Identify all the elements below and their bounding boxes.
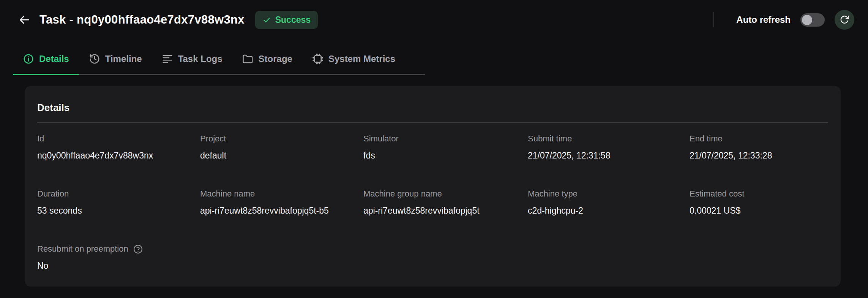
check-icon [262, 16, 271, 24]
tab-label: Task Logs [178, 54, 223, 64]
tab-storage[interactable]: Storage [232, 45, 302, 75]
field-label: Project [200, 133, 350, 144]
field-value: fds [363, 150, 515, 161]
field-id: Id nq0y00hffaao4e7dx7v88w3nx [37, 133, 200, 161]
history-icon [89, 53, 100, 65]
refresh-button[interactable] [835, 10, 854, 30]
header-divider [713, 12, 714, 27]
field-value: c2d-highcpu-2 [528, 205, 677, 216]
folder-icon [242, 53, 254, 65]
field-value: 53 seconds [37, 205, 187, 216]
field-duration: Duration 53 seconds [37, 189, 200, 216]
tab-task-logs[interactable]: Task Logs [152, 45, 232, 75]
header: Task - nq0y00hffaao4e7dx7v88w3nx Success… [0, 0, 868, 40]
toggle-knob [802, 15, 812, 25]
field-resubmit-on-preemption: Resubmit on preemption No [37, 244, 200, 271]
tab-bar: Details Timeline Task Logs Storage [13, 45, 425, 75]
field-machine-group-name: Machine group name api-ri7euwt8z58revvib… [363, 189, 528, 216]
field-value: No [37, 260, 187, 271]
tab-details[interactable]: Details [13, 45, 79, 75]
field-label: Duration [37, 189, 187, 199]
card-title: Details [37, 102, 828, 114]
field-estimated-cost: Estimated cost 0.00021 US$ [690, 189, 828, 216]
field-value: 21/07/2025, 12:33:28 [690, 150, 815, 161]
auto-refresh-label: Auto refresh [736, 14, 791, 25]
field-value: 0.00021 US$ [690, 205, 815, 216]
page-title: Task - nq0y00hffaao4e7dx7v88w3nx [39, 13, 245, 27]
status-badge: Success [255, 11, 318, 29]
field-label: End time [690, 133, 815, 144]
tab-system-metrics[interactable]: System Metrics [302, 45, 405, 75]
refresh-icon [840, 15, 849, 25]
field-label: Simulator [363, 133, 515, 144]
tab-label: Storage [259, 54, 292, 64]
field-label: Machine type [528, 189, 677, 199]
field-label: Id [37, 133, 187, 144]
status-badge-label: Success [275, 15, 311, 25]
fields-grid: Id nq0y00hffaao4e7dx7v88w3nx Project def… [37, 133, 828, 271]
field-submit-time: Submit time 21/07/2025, 12:31:58 [528, 133, 690, 161]
field-value: api-ri7euwt8z58revvibafopjq5t [363, 205, 515, 216]
field-label: Estimated cost [690, 189, 815, 199]
field-machine-name: Machine name api-ri7euwt8z58revvibafopjq… [200, 189, 363, 216]
field-project: Project default [200, 133, 363, 161]
field-end-time: End time 21/07/2025, 12:33:28 [690, 133, 828, 161]
field-label-text: Resubmit on preemption [37, 244, 128, 254]
field-label: Submit time [528, 133, 677, 144]
tab-label: Details [39, 54, 69, 64]
auto-refresh-toggle[interactable] [800, 13, 825, 27]
chip-icon [312, 53, 324, 65]
arrow-left-icon [18, 13, 31, 26]
field-label: Machine group name [363, 189, 515, 199]
field-value: nq0y00hffaao4e7dx7v88w3nx [37, 150, 187, 161]
field-label: Resubmit on preemption [37, 244, 187, 254]
tab-timeline[interactable]: Timeline [79, 45, 152, 75]
info-icon [23, 53, 34, 65]
field-value: api-ri7euwt8z58revvibafopjq5t-b5 [200, 205, 350, 216]
field-simulator: Simulator fds [363, 133, 528, 161]
logs-icon [162, 53, 173, 65]
tab-label: Timeline [105, 54, 142, 64]
details-card: Details Id nq0y00hffaao4e7dx7v88w3nx Pro… [25, 86, 841, 287]
field-label: Machine name [200, 189, 350, 199]
field-value: 21/07/2025, 12:31:58 [528, 150, 677, 161]
help-icon[interactable] [133, 244, 143, 254]
card-divider [37, 122, 828, 123]
field-machine-type: Machine type c2d-highcpu-2 [528, 189, 690, 216]
tab-label: System Metrics [328, 54, 395, 64]
field-value: default [200, 150, 350, 161]
back-button[interactable] [17, 12, 32, 27]
